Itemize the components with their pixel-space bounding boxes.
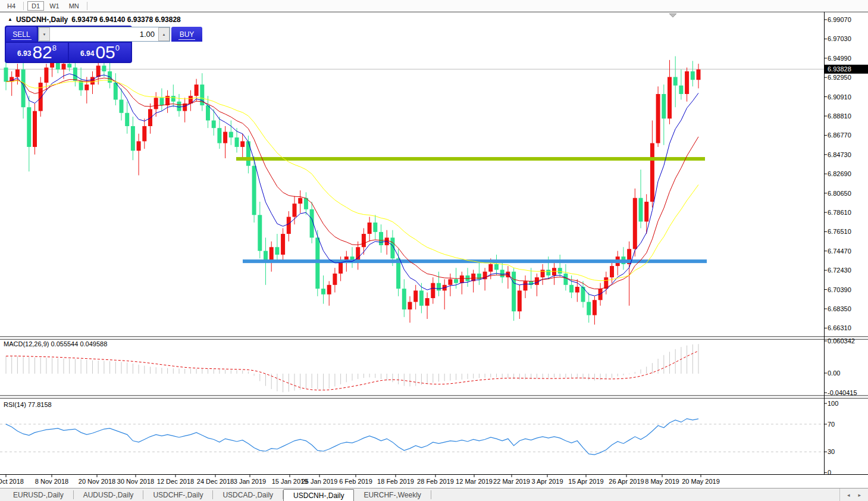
- rsi-axis-label: 0: [828, 469, 831, 476]
- tab-scroll-left-icon[interactable]: ◂: [847, 492, 850, 498]
- buy-price-small: 6.94: [80, 49, 94, 58]
- date-axis-label: 28 Feb 2019: [417, 478, 454, 485]
- price-axis-label: 6.97030: [828, 35, 851, 42]
- rsi-indicator-label: RSI(14) 77.8158: [4, 401, 52, 408]
- tab-scroll-right-icon[interactable]: ▸: [858, 492, 861, 498]
- price-axis-label: 6.74470: [828, 248, 851, 255]
- date-axis-label: 8 Nov 2018: [35, 478, 68, 485]
- date-axis-label: 6 Feb 2019: [339, 478, 372, 485]
- one-click-trading-panel: SELL ▼ ▲ BUY 6.93 82 8 6.94 05 0: [5, 26, 132, 63]
- price-axis-label: 6.68350: [828, 305, 851, 312]
- price-axis-label: 6.86770: [828, 131, 851, 139]
- chart-tab[interactable]: USDCHF-,Daily: [143, 490, 213, 499]
- macd-axis-label: -0.040415: [828, 389, 857, 396]
- price-axis-label: 6.88810: [828, 112, 851, 120]
- chart-tab-bar: EURUSD-,DailyAUDUSD-,DailyUSDCHF-,DailyU…: [0, 488, 868, 501]
- date-axis-label: 25 Jan 2019: [302, 478, 338, 485]
- tab-scroll-controls: ◂ ▸: [839, 489, 868, 501]
- sell-price-sup: 8: [52, 43, 57, 52]
- rsi-axis-label: 100: [828, 400, 838, 407]
- date-axis-label: 3 Apr 2019: [531, 478, 563, 485]
- timeframe-mn-button[interactable]: MN: [65, 1, 83, 11]
- timeframe-toolbar: H4 D1 W1 MN: [0, 0, 868, 12]
- date-axis-label: 12 Mar 2019: [456, 478, 493, 485]
- chart-symbol-label: USDCNH-,Daily: [16, 15, 68, 24]
- chart-title: ▲ USDCNH-,Daily 6.93479 6.94140 6.93378 …: [8, 15, 181, 24]
- price-chart-canvas[interactable]: 6.990706.970306.949906.929506.909106.888…: [0, 0, 868, 501]
- chart-tab[interactable]: USDCNH-,Daily: [283, 489, 354, 501]
- sell-price-big: 82: [32, 45, 52, 60]
- rsi-axis-label: 30: [828, 448, 835, 455]
- date-axis-label: 22 Mar 2019: [493, 478, 530, 485]
- price-axis-label: 6.92950: [828, 74, 851, 81]
- rsi-axis-label: 70: [828, 421, 835, 428]
- price-axis-label: 6.84730: [828, 151, 851, 158]
- chart-tabs: EURUSD-,DailyAUDUSD-,DailyUSDCHF-,DailyU…: [0, 489, 431, 501]
- date-axis-label: 12 Dec 2018: [157, 478, 194, 485]
- date-axis-label: 20 May 2019: [682, 478, 720, 485]
- price-axis-label: 6.76510: [828, 228, 851, 235]
- timeframe-w1-button[interactable]: W1: [45, 1, 64, 11]
- buy-price-button[interactable]: 6.94 05 0: [69, 43, 131, 62]
- triangle-down-icon: ▼: [43, 33, 46, 36]
- volume-stepper: ▼ ▲: [38, 27, 170, 42]
- timeframe-d1-button[interactable]: D1: [27, 1, 44, 11]
- chart-tab[interactable]: USDCAD-,Daily: [213, 490, 283, 499]
- macd-axis-label: 0.060342: [828, 337, 855, 345]
- buy-button-label: BUY: [178, 30, 196, 40]
- chart-tab[interactable]: EURCHF-,Weekly: [354, 490, 431, 499]
- toolbar-separator: [87, 2, 87, 10]
- date-axis-label: 20 Nov 2018: [79, 478, 115, 485]
- volume-increase-button[interactable]: ▲: [158, 27, 170, 41]
- triangle-up-icon: ▲: [162, 33, 166, 36]
- date-axis-label: 26 Apr 2019: [609, 478, 644, 485]
- buy-button[interactable]: BUY: [171, 27, 202, 42]
- chart-tab[interactable]: AUDUSD-,Daily: [74, 490, 144, 499]
- price-axis-label: 6.99070: [828, 16, 851, 23]
- date-axis-label: 30 Nov 2018: [117, 478, 154, 485]
- date-axis-label: 18 Feb 2019: [377, 478, 414, 485]
- price-axis-label: 6.94990: [828, 55, 851, 62]
- price-axis-label: 6.72430: [828, 267, 851, 274]
- sell-button-label: SELL: [11, 30, 31, 40]
- timeframe-h4-button[interactable]: H4: [3, 1, 20, 11]
- price-axis-label: 6.82690: [828, 170, 851, 177]
- sell-button[interactable]: SELL: [6, 27, 37, 42]
- volume-decrease-button[interactable]: ▼: [39, 27, 50, 41]
- price-axis-label: 6.90910: [828, 93, 851, 101]
- buy-price-big: 05: [95, 45, 115, 60]
- toolbar-separator: [23, 2, 24, 10]
- macd-axis-label: 0.00: [828, 370, 840, 377]
- sell-price-small: 6.93: [17, 49, 31, 58]
- resistance-line[interactable]: [236, 157, 705, 161]
- price-axis-label: 6.66310: [828, 324, 851, 331]
- volume-input[interactable]: [50, 27, 158, 41]
- price-axis-label: 6.80650: [828, 190, 851, 197]
- chart-ohlc-values: 6.93479 6.94140 6.93378 6.93828: [71, 15, 181, 24]
- svg-text:6.93828: 6.93828: [828, 65, 851, 73]
- date-axis-label: 8 May 2019: [645, 478, 679, 485]
- date-axis-label: 3 Jan 2019: [234, 478, 266, 485]
- buy-price-sup: 0: [115, 43, 120, 52]
- current-price-tag: 6.93828: [825, 65, 868, 74]
- date-axis-label: 29 Oct 2018: [0, 478, 24, 485]
- price-axis-label: 6.70390: [828, 286, 851, 293]
- collapse-panel-icon[interactable]: ▲: [8, 17, 12, 22]
- sell-price-button[interactable]: 6.93 82 8: [6, 43, 68, 62]
- macd-indicator-label: MACD(12,26,9) 0.055544 0.049588: [4, 340, 107, 347]
- date-axis-label: 24 Dec 2018: [197, 478, 234, 485]
- price-axis-label: 6.78610: [828, 209, 851, 216]
- date-axis-label: 15 Apr 2019: [568, 478, 603, 485]
- chart-tab[interactable]: EURUSD-,Daily: [4, 490, 74, 499]
